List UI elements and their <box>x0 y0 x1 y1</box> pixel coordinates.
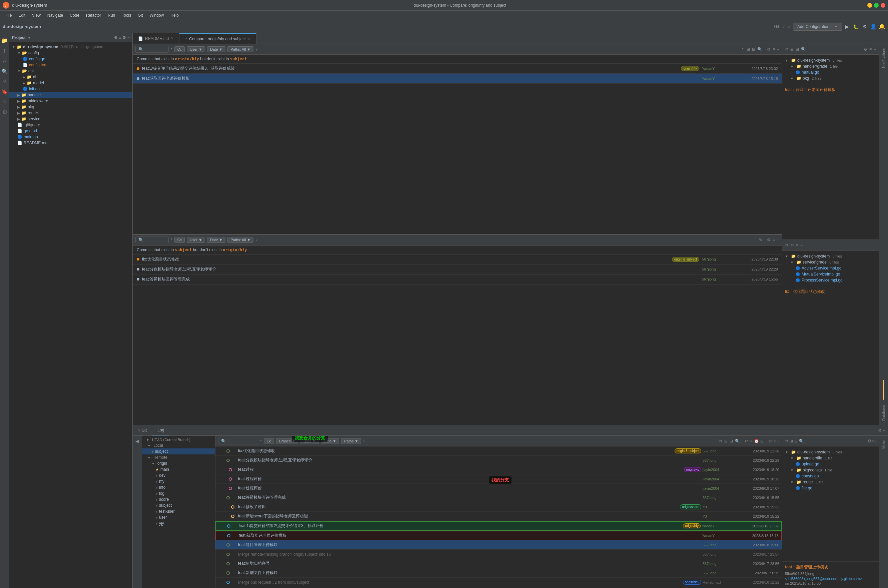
bottom-commit-row-1[interactable]: feat:分数模块指导老师,过程,互评老师评价 567jiong 2023/8/… <box>133 264 782 274</box>
branch-subject-remote[interactable]: ⑂ subject <box>142 502 215 508</box>
minimize-btn[interactable] <box>867 3 872 8</box>
git-expand-icon[interactable]: ⊞ <box>724 439 728 443</box>
right-service-grade[interactable]: ▼ 📁 service\grade 3 files <box>785 259 876 265</box>
scope-icon[interactable]: ⊕ <box>114 35 117 40</box>
git-tab[interactable]: ⑂ Git <box>133 425 152 435</box>
menu-file[interactable]: File <box>3 12 14 18</box>
branch-subject-local[interactable]: ⑂ subject <box>142 448 215 454</box>
tree-maingo[interactable]: 🔵 main.go <box>9 134 132 140</box>
branch-head[interactable]: ▼ HEAD (Current Branch) <box>142 437 215 442</box>
branch-yjy[interactable]: ⑂ yjy <box>142 520 215 526</box>
collapse-panel[interactable]: ◀ <box>133 436 142 588</box>
tree-db-folder[interactable]: ▶ 📁 db <box>9 74 132 80</box>
database-vert-label[interactable]: Database <box>880 401 887 425</box>
git-search2-icon[interactable]: 🔍 <box>735 439 740 443</box>
git-refresh-icon[interactable]: ↻ <box>719 439 722 443</box>
commit-row-1[interactable]: feat:获取互评老师评价模板 YaoaoY 2023/8/18 15:18 <box>133 74 782 84</box>
log-row-0[interactable]: fix:优化题目状态修改 origin & subject 567jiong 2… <box>215 446 782 456</box>
menu-refactor[interactable]: Refactor <box>83 12 104 18</box>
git-handler-file[interactable]: ▼ 📁 handler\file 1 file <box>785 455 876 461</box>
log-row-5[interactable]: feat:答辩模块互评管理完成 567jiong 2023/8/19 15:55 <box>215 493 782 502</box>
right-search-icon[interactable]: 🔍 <box>801 47 806 52</box>
git-files-expand-icon[interactable]: ⊞ <box>790 439 793 443</box>
git-files-refresh-icon[interactable]: ↻ <box>785 439 788 443</box>
top-cc-btn[interactable]: Cc <box>175 46 185 52</box>
bottom-commit-row-2[interactable]: feat:答辩模块互评管理完成 567jiong 2023/8/19 15:55 <box>133 274 782 285</box>
log-row-9[interactable]: feat:获取互评老师评价模板 YaoaoY 2023/8/18 15:18 <box>215 531 782 540</box>
branch-dev[interactable]: ⑂ dev <box>142 472 215 478</box>
pull-requests-icon[interactable]: ⇄ <box>1 57 8 66</box>
right-mutual-go[interactable]: 🔵 mutual.go <box>785 69 876 75</box>
git-settings-icon[interactable]: ⚙ <box>878 428 882 433</box>
tree-middleware-folder[interactable]: ▶ 📁 middleware <box>9 98 132 104</box>
search-icon[interactable]: 🔍 <box>0 67 9 76</box>
log-tab[interactable]: Log <box>152 425 169 435</box>
close-btn[interactable] <box>880 3 885 8</box>
run-button[interactable]: ▶ <box>844 23 850 30</box>
git-undo-icon[interactable]: ↩ <box>745 439 748 443</box>
maximize-btn[interactable] <box>874 3 879 8</box>
git-consts-go[interactable]: 🔵 consts.go <box>785 473 876 479</box>
menu-navigate[interactable]: Navigate <box>45 12 66 18</box>
settings-side-icon[interactable]: ⚙ <box>1 108 8 117</box>
log-row-11[interactable]: Merge remote-tracking branch 'origin/sub… <box>215 550 782 559</box>
git-paths-btn[interactable]: Paths ▼ <box>341 438 361 444</box>
branch-main[interactable]: ★ main <box>142 466 215 472</box>
right-root-folder[interactable]: ▼ 📁 dlu-design-system 5 files <box>785 57 876 63</box>
branch-origin[interactable]: ▼ origin <box>142 460 215 466</box>
bottom-paths-btn[interactable]: Paths: All ▼ <box>227 237 253 243</box>
branch-local[interactable]: ▼ Local <box>142 442 215 448</box>
log-row-8[interactable]: feat:1\提交评价结果2\提交评价结果3、获取评价 origin/hfy Y… <box>215 521 782 531</box>
menu-run[interactable]: Run <box>105 12 118 18</box>
top-date-btn[interactable]: Date ▼ <box>207 46 226 52</box>
commit-row-0[interactable]: feat:1\提交评价结果2\提交评价结果3、获取评价成绩 origin/hfy… <box>133 64 782 74</box>
top-search2-icon[interactable]: 🔍 <box>757 47 762 52</box>
project-icon[interactable]: 📁 <box>0 36 9 45</box>
git-date-btn[interactable]: Date ▼ <box>321 438 339 444</box>
tab-compare[interactable]: ⑂ Compare: origin/hfy and subject ✕ <box>179 33 256 44</box>
menu-git[interactable]: Git <box>135 12 145 18</box>
panel-settings-icon[interactable]: ⚙ <box>122 35 126 40</box>
log-row-4[interactable]: feat:过程评价 jiayin2004 2023/8/19 17:07 <box>215 484 782 493</box>
make-vert-label[interactable]: Make <box>880 436 887 453</box>
top-paths-btn[interactable]: Paths: All ▼ <box>227 46 253 52</box>
menu-help[interactable]: Help <box>168 12 181 18</box>
log-row-10[interactable]: feat:题目管理上传模块 567jiong 2023/8/18 15:00 <box>215 540 782 550</box>
top-expand-icon[interactable]: ⊞ <box>747 47 750 52</box>
git-files-search-icon[interactable]: 🔍 <box>799 439 804 443</box>
panel-close-icon[interactable]: − <box>127 35 130 40</box>
git-files-root[interactable]: ▼ 📁 dlu-design-system 3 files <box>785 449 876 455</box>
commit-icon[interactable]: ⬆ <box>1 46 8 55</box>
log-row-2[interactable]: feat:过程 origin/yjy jiayin2004 2023/8/19 … <box>215 465 782 474</box>
branch-score[interactable]: ⑂ score <box>142 496 215 502</box>
notifications-vert-label[interactable]: Notifications <box>880 44 887 72</box>
right-handler-grade[interactable]: ▼ 📁 handler\grade 1 file <box>785 63 876 69</box>
branch-info[interactable]: ⑂ info <box>142 484 215 490</box>
branch-hfy[interactable]: ⑂ hfy <box>142 478 215 484</box>
tree-model-folder[interactable]: ▶ 📁 model <box>9 80 132 86</box>
git-pkg-consts[interactable]: ▼ 📁 pkg\consts 1 file <box>785 467 876 473</box>
right-refresh-icon[interactable]: ↻ <box>785 47 788 52</box>
menu-edit[interactable]: Edit <box>16 12 28 18</box>
window-controls[interactable] <box>867 3 885 8</box>
tree-init-go[interactable]: 🔵 init.go <box>9 86 132 92</box>
menu-code[interactable]: Code <box>67 12 82 18</box>
tree-handler-folder[interactable]: ▶ 📁 handler <box>9 92 132 98</box>
tab-readme[interactable]: 📄 README.md ✕ <box>133 33 179 44</box>
git-cc-btn[interactable]: Cc <box>264 438 274 444</box>
bottom-commit-row-0[interactable]: fix:优化题目状态修改 origin & subject 567jiong 2… <box>133 255 782 264</box>
tab-readme-close[interactable]: ✕ <box>171 36 174 40</box>
bookmarks-icon[interactable]: 🔖 <box>0 87 9 96</box>
menu-window[interactable]: Window <box>147 12 167 18</box>
bottom-user-btn[interactable]: User ▼ <box>187 237 205 243</box>
tree-gitignore[interactable]: 📄 .gitignore <box>9 122 132 128</box>
collapse-icon[interactable]: ≡ <box>119 35 121 40</box>
log-row-1[interactable]: feat:分数模块指导老师,过程,互评老师评价 567jiong 2023/8/… <box>215 456 782 465</box>
tree-service-folder[interactable]: ▶ 📁 service <box>9 116 132 122</box>
top-grid-icon[interactable]: ⊟ <box>752 47 755 52</box>
tree-config-toml[interactable]: 📄 config.toml <box>9 62 132 68</box>
tree-config-folder[interactable]: ▼ 📂 config <box>9 50 132 56</box>
git-router-folder[interactable]: ▼ 📁 router 1 file <box>785 479 876 485</box>
tree-config-go[interactable]: 🔵 config.go <box>9 56 132 62</box>
branch-log[interactable]: ⑂ log <box>142 490 215 496</box>
